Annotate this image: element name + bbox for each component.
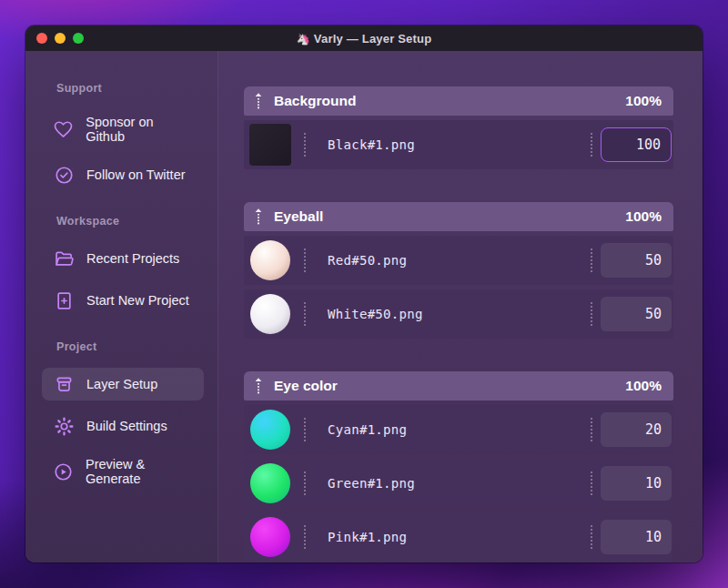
- side-item-label: Follow on Twitter: [86, 167, 186, 182]
- divider-dashed: [304, 302, 306, 326]
- divider-dashed: [591, 248, 592, 272]
- layer-row: Cyan#1.png: [244, 405, 673, 454]
- divider-dashed: [591, 133, 592, 157]
- layer-filename: Black#1.png: [328, 120, 415, 169]
- layer-group-header: Eye color 100%: [244, 371, 673, 400]
- divider-dashed: [304, 418, 306, 441]
- layer-weight-input[interactable]: [601, 520, 672, 554]
- group-weight: 100%: [625, 378, 662, 394]
- layer-thumbnail: [250, 240, 290, 280]
- layer-thumbnail: [250, 517, 290, 557]
- layer-weight-input[interactable]: [601, 127, 672, 162]
- layer-weight-input[interactable]: [601, 466, 672, 501]
- sidebar-item[interactable]: Follow on Twitter: [42, 158, 204, 191]
- divider-dashed: [591, 418, 592, 441]
- group-title: Eyeball: [274, 208, 323, 225]
- window-title: 🦄Varly — Layer Setup: [25, 32, 703, 46]
- layer-group-header: Background 100%: [244, 86, 673, 116]
- side-item-label: Start New Project: [86, 293, 189, 308]
- layer-filename: Red#50.png: [328, 236, 407, 285]
- drag-handle-icon[interactable]: [254, 208, 263, 226]
- minimize-button[interactable]: [55, 33, 66, 44]
- heart-icon: [53, 118, 74, 140]
- sidebar-item[interactable]: Build Settings: [42, 410, 204, 442]
- layer-filename: Cyan#1.png: [328, 405, 407, 454]
- check-badge-icon: [53, 164, 75, 186]
- side-item-label: Build Settings: [86, 419, 167, 433]
- section-label: Project: [56, 340, 217, 353]
- side-item-label: Preview & Generate: [86, 457, 193, 486]
- layer-weight-input[interactable]: [601, 243, 672, 278]
- layer-thumbnail: [249, 124, 291, 166]
- layer-row: Black#1.png: [244, 120, 673, 169]
- group-title: Background: [274, 93, 356, 109]
- layer-group: Eye color 100% Cyan#1.png Green#1.png Pi…: [244, 371, 673, 562]
- sidebar-item[interactable]: Start New Project: [42, 284, 204, 317]
- traffic-lights: [25, 33, 84, 44]
- title-bar: 🦄Varly — Layer Setup: [25, 25, 703, 51]
- layer-group: Background 100% Black#1.png: [244, 86, 673, 169]
- layer-weight-input[interactable]: [601, 297, 672, 331]
- layer-row: White#50.png: [244, 289, 673, 339]
- divider-dashed: [304, 525, 306, 549]
- side-item-label: Layer Setup: [86, 377, 157, 391]
- layer-filename: Green#1.png: [328, 459, 415, 508]
- layer-filename: White#50.png: [328, 289, 423, 339]
- folder-icon: [53, 248, 75, 269]
- sidebar-item[interactable]: Preview & Generate: [42, 451, 204, 492]
- divider-dashed: [304, 133, 306, 157]
- zoom-button[interactable]: [73, 33, 84, 44]
- layer-group-header: Eyeball 100%: [244, 202, 673, 231]
- sidebar-item[interactable]: Recent Projects: [42, 242, 204, 275]
- divider-dashed: [591, 525, 592, 549]
- window-title-text: Varly — Layer Setup: [314, 32, 432, 46]
- layer-row: Red#50.png: [244, 236, 673, 285]
- sidebar-item[interactable]: Sponsor on Github: [42, 109, 204, 149]
- drag-handle-icon[interactable]: [254, 377, 263, 395]
- unicorn-icon: 🦄: [297, 33, 310, 46]
- app-window: 🦄Varly — Layer Setup Support Sponsor on …: [25, 25, 703, 563]
- sidebar-section: Workspace Recent Projects Start New Proj…: [55, 215, 217, 317]
- layer-thumbnail: [250, 294, 290, 334]
- sidebar-item[interactable]: Layer Setup: [42, 368, 204, 400]
- side-item-label: Recent Projects: [86, 251, 179, 266]
- play-circle-icon: [53, 461, 74, 482]
- layer-filename: Pink#1.png: [328, 512, 407, 562]
- layer-setup-panel: Background 100% Black#1.png Eyeball 100%…: [218, 51, 703, 563]
- group-weight: 100%: [625, 93, 662, 109]
- divider-dashed: [304, 248, 306, 272]
- archive-box-icon: [53, 373, 75, 395]
- layer-weight-input[interactable]: [601, 412, 672, 447]
- divider-dashed: [591, 302, 592, 326]
- drag-handle-icon[interactable]: [254, 92, 263, 110]
- layer-thumbnail: [250, 463, 290, 503]
- sidebar-section: Project Layer Setup Build Settings Previ…: [55, 340, 217, 492]
- group-title: Eye color: [274, 378, 338, 394]
- layer-row: Green#1.png: [244, 459, 673, 508]
- layer-thumbnail: [250, 410, 290, 450]
- layer-row: Pink#1.png: [244, 512, 673, 562]
- divider-dashed: [304, 471, 306, 495]
- sidebar-section: Support Sponsor on Github Follow on Twit…: [55, 82, 217, 191]
- section-label: Workspace: [56, 215, 217, 228]
- group-weight: 100%: [625, 208, 662, 225]
- side-item-label: Sponsor on Github: [86, 115, 193, 144]
- sidebar: Support Sponsor on Github Follow on Twit…: [25, 51, 218, 563]
- divider-dashed: [591, 471, 592, 495]
- gear-icon: [53, 415, 75, 437]
- layer-group: Eyeball 100% Red#50.png White#50.png: [244, 202, 673, 339]
- close-button[interactable]: [36, 33, 47, 44]
- file-plus-icon: [53, 289, 75, 311]
- section-label: Support: [56, 82, 217, 95]
